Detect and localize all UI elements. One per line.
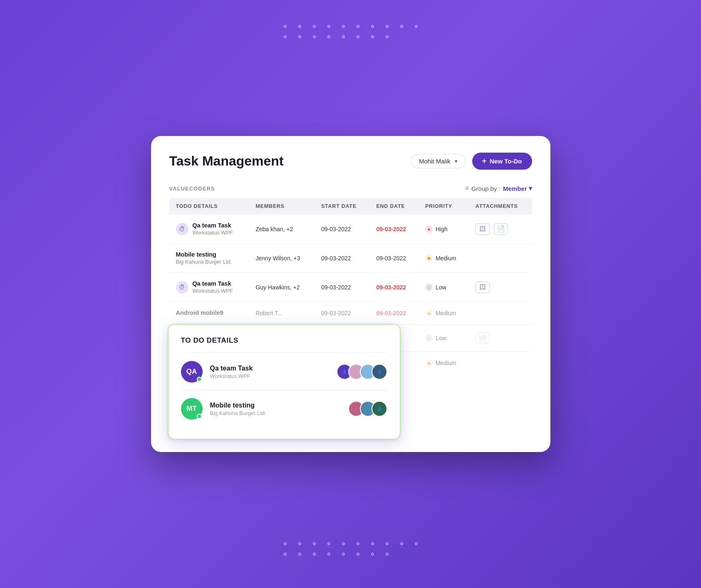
priority-cell: ◇ Low <box>425 334 462 342</box>
plus-icon: + <box>482 157 487 166</box>
task-status-icon: ⏱ <box>176 223 188 235</box>
col-end-date: END DATE <box>369 198 418 215</box>
col-members: MEMBERS <box>249 198 315 215</box>
detail-info: Qa team Task Workstatus WPF <box>210 365 329 379</box>
header-right: Mohit Malik ▾ + New To-Do <box>411 153 532 170</box>
doc-attachment-icon: 📄 <box>494 223 508 235</box>
end-date-cell: 09-03-2022 <box>376 226 406 232</box>
priority-icon: ◆ <box>425 359 433 367</box>
member-avatar: 👤 <box>372 364 387 380</box>
task-name: Qa team Task <box>193 280 233 287</box>
avatar-initials: MT <box>186 405 197 413</box>
avatar-initials: QA <box>186 368 197 376</box>
priority-label: Medium <box>436 310 456 316</box>
detail-task-name: Qa team Task <box>210 365 329 372</box>
task-status-icon: ⏱ <box>176 281 188 294</box>
detail-task-sub: Workstatus WPF <box>210 373 329 379</box>
group-by-area: ≡ Group by : Member ▾ <box>465 185 532 192</box>
group-by-value[interactable]: Member ▾ <box>503 185 532 192</box>
task-avatar-qa: QA <box>181 361 203 383</box>
start-date-cell: 09-03-2022 <box>315 302 369 325</box>
attachment-cell <box>469 244 532 273</box>
section-label: VALUECODERS <box>169 185 215 192</box>
user-selector[interactable]: Mohit Malik ▾ <box>411 154 466 168</box>
page-title: Task Management <box>169 153 284 169</box>
end-date-cell: 09-03-2022 <box>376 284 406 291</box>
table-header: TODO DETAILS MEMBERS START DATE END DATE… <box>169 198 532 215</box>
attachment-cell <box>469 352 532 375</box>
detail-panel-title: TO DO DETAILS <box>181 336 387 345</box>
doc-attachment-icon: 📄 <box>476 332 490 344</box>
detail-task-sub: Big Kahuna Burger Ltd. <box>210 410 341 416</box>
task-subtitle: Workstatus WPF <box>193 230 233 236</box>
task-subtitle: Big Kahuna Burger Ltd. <box>176 259 232 265</box>
members-cell: Jenny Wilson, +3 <box>249 244 315 273</box>
start-date-cell: 09-03-2022 <box>315 215 369 244</box>
attachment-cell: 🖼 <box>476 282 525 293</box>
filter-icon: ≡ <box>465 185 469 192</box>
task-avatar-mt: MT <box>181 398 203 420</box>
section-bar: VALUECODERS ≡ Group by : Member ▾ <box>169 185 532 192</box>
table-row[interactable]: ⏱ Qa team Task Workstatus WPF Guy Hawkin… <box>169 273 532 302</box>
priority-cell: ◆ Medium <box>425 254 462 262</box>
start-date-cell: 09-03-2022 <box>315 273 369 302</box>
image-attachment-icon: 🖼 <box>476 223 490 235</box>
col-priority: PRIORITY <box>419 198 469 215</box>
attachment-cell: 📄 <box>476 332 525 344</box>
member-avatar: 👤 <box>372 401 387 417</box>
members-cell: Guy Hawkins, +2 <box>249 273 315 302</box>
attachment-cell: 🖼 📄 <box>476 223 525 235</box>
priority-label: Medium <box>436 360 456 366</box>
end-date-cell: 09-03-2022 <box>376 310 406 316</box>
priority-icon: ◇ <box>425 334 433 342</box>
members-cell: Zeba khan, +2 <box>249 215 315 244</box>
attachment-cell <box>469 302 532 325</box>
priority-icon: ◆ <box>425 309 433 317</box>
detail-info: Mobile testing Big Kahuna Burger Ltd. <box>210 402 341 416</box>
divider <box>181 352 387 353</box>
end-date-cell: 09-03-2022 <box>376 255 406 262</box>
priority-icon: ◆ <box>425 254 433 262</box>
group-by-prefix: Group by : <box>471 185 500 192</box>
chevron-down-icon: ▾ <box>455 158 458 164</box>
task-name: Qa team Task <box>193 222 233 229</box>
col-attachments: ATTACHMENTS <box>469 198 532 215</box>
priority-cell: ● High <box>425 225 462 233</box>
priority-cell: ◆ Medium <box>425 309 462 317</box>
task-name: Mobile testing <box>176 251 232 258</box>
detail-item[interactable]: MT Mobile testing Big Kahuna Burger Ltd.… <box>181 398 387 427</box>
online-indicator <box>197 414 202 419</box>
header: Task Management Mohit Malik ▾ + New To-D… <box>169 153 532 170</box>
priority-label: Medium <box>436 255 456 262</box>
detail-task-name: Mobile testing <box>210 402 341 409</box>
table-row[interactable]: Android mobile9 Robert T... 09-03-2022 0… <box>169 302 532 325</box>
col-start-date: START DATE <box>315 198 369 215</box>
priority-label: Low <box>436 284 446 291</box>
new-todo-button[interactable]: + New To-Do <box>472 153 532 170</box>
priority-cell: ◆ Medium <box>425 359 462 367</box>
table-row[interactable]: Mobile testing Big Kahuna Burger Ltd. Je… <box>169 244 532 273</box>
dots-bottom <box>284 542 418 563</box>
members-cell: Robert T... <box>249 302 315 325</box>
user-name: Mohit Malik <box>419 158 451 165</box>
member-avatars: 👤 <box>348 401 387 417</box>
group-by-chevron: ▾ <box>529 185 532 192</box>
col-todo-details: TODO DETAILS <box>169 198 249 215</box>
dots-top <box>284 25 418 46</box>
detail-panel: TO DO DETAILS QA Qa team Task Workstatus… <box>168 324 401 440</box>
main-card: Task Management Mohit Malik ▾ + New To-D… <box>151 136 550 452</box>
priority-cell: ◇ Low <box>425 284 462 291</box>
new-todo-label: New To-Do <box>490 158 522 165</box>
detail-item[interactable]: QA Qa team Task Workstatus WPF 👤 👤 <box>181 361 387 390</box>
priority-icon: ● <box>425 225 433 233</box>
task-subtitle: Workstatus WPF <box>193 288 233 294</box>
task-name: Android mobile9 <box>176 309 223 316</box>
table-row[interactable]: ⏱ Qa team Task Workstatus WPF Zeba khan,… <box>169 215 532 244</box>
group-by-value-text: Member <box>503 185 527 192</box>
member-avatars: 👤 👤 <box>337 364 387 380</box>
online-indicator <box>197 377 202 382</box>
start-date-cell: 09-03-2022 <box>315 244 369 273</box>
priority-label: High <box>436 226 448 232</box>
image-attachment-icon: 🖼 <box>476 282 490 293</box>
priority-icon: ◇ <box>425 284 433 291</box>
